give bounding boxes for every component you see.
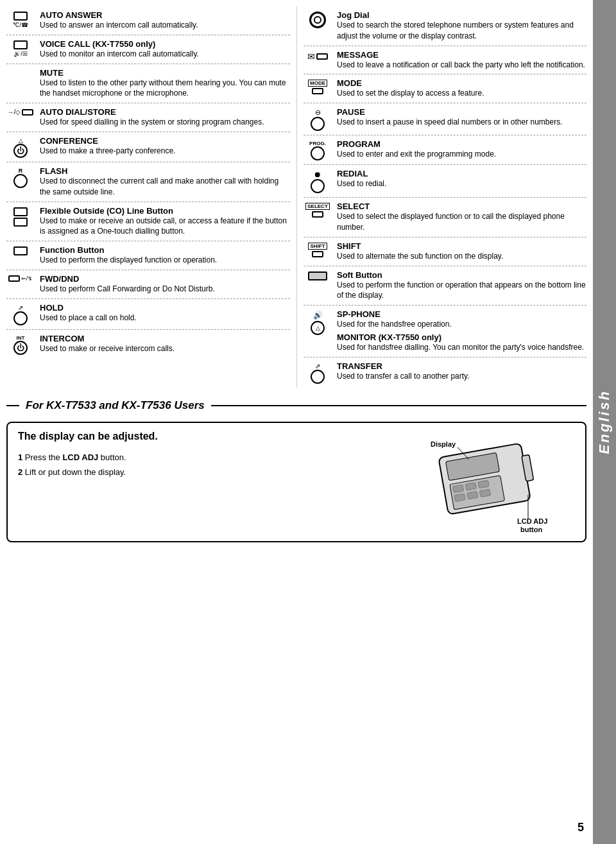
- entry-intercom: INT ⏻ INTERCOM Used to make or receive i…: [6, 330, 290, 359]
- fwd-desc: Used to perform Call Forwarding or Do No…: [40, 284, 290, 295]
- program-icon: PROG.: [304, 139, 332, 160]
- prog-circle: [311, 146, 325, 160]
- select-icon: SELECT: [304, 202, 332, 218]
- conf-circle: ⏻: [13, 144, 28, 158]
- right-column: Jog Dial Used to search the stored telep…: [296, 6, 586, 388]
- voice-call-title: VOICE CALL (KX-T7550 only): [40, 39, 290, 49]
- rect-icon: [13, 12, 28, 21]
- shift-icon: SHIFT: [304, 241, 332, 257]
- soft-title: Soft Button: [337, 270, 586, 280]
- page-container: English ℃/☎ AUTO ANSWER Used to answer a…: [0, 0, 616, 844]
- mode-text: MODE Used to set the display to access a…: [337, 78, 586, 99]
- entry-pause: ⊖ PAUSE Used to insert a pause in speed …: [304, 103, 586, 135]
- monitor-desc: Used for handsfree dialling. You can mon…: [337, 342, 586, 353]
- int-circle: ⏻: [13, 341, 28, 355]
- hold-circle: [13, 311, 28, 325]
- entry-shift: SHIFT SHIFT Used to alternate the sub fu…: [304, 237, 586, 266]
- message-title: MESSAGE: [337, 50, 586, 60]
- pause-text: PAUSE Used to insert a pause in speed di…: [337, 107, 586, 128]
- conference-title: CONFERENCE: [40, 136, 290, 146]
- jog-title: Jog Dial: [337, 10, 586, 20]
- bottom-left: The display can be adjusted. 1 Press the…: [18, 431, 382, 533]
- mute-text: MUTE Used to listen to the other party w…: [40, 68, 290, 99]
- redial-circle: [311, 179, 325, 193]
- svg-text:button: button: [520, 526, 542, 533]
- fwd-text: FWD/DND Used to perform Call Forwarding …: [40, 274, 290, 295]
- entry-hold: ⇗ HOLD Used to place a call on hold.: [6, 299, 290, 330]
- left-column: ℃/☎ AUTO ANSWER Used to answer an interc…: [6, 6, 296, 388]
- entry-program: PROG. PROGRAM Used to enter and exit the…: [304, 135, 586, 165]
- auto-dial-desc: Used for speed dialling in the system or…: [40, 117, 290, 128]
- entry-redial: ⏺ REDIAL Used to redial.: [304, 165, 586, 198]
- pause-title: PAUSE: [337, 107, 586, 117]
- jog-inner: [314, 16, 321, 24]
- message-text: MESSAGE Used to leave a notification or …: [337, 50, 586, 71]
- fwd-title: FWD/DND: [40, 274, 290, 284]
- flexible-icon: [6, 206, 35, 227]
- entry-conference: △ ⏻ CONFERENCE Used to make a three-part…: [6, 132, 290, 162]
- flexible-title: Flexible Outside (CO) Line Button: [40, 206, 290, 216]
- message-desc: Used to leave a notification or call bac…: [337, 60, 586, 71]
- svg-text:Display: Display: [431, 440, 456, 448]
- mode-title: MODE: [337, 78, 586, 88]
- transfer-text: TRANSFER Used to transfer a call to anot…: [337, 361, 586, 382]
- step-1-text: Press the LCD ADJ button.: [25, 452, 126, 462]
- sp-phone-title: SP-PHONE: [337, 309, 586, 319]
- function-text: Function Button Used to perform the disp…: [40, 245, 290, 266]
- entry-select: SELECT SELECT Used to select the display…: [304, 198, 586, 237]
- sp-circle: △: [311, 321, 325, 335]
- flash-text: FLASH Used to disconnect the current cal…: [40, 166, 290, 198]
- mode-rect: [312, 88, 323, 94]
- voice-call-text: VOICE CALL (KX-T7550 only) Used to monit…: [40, 39, 290, 60]
- main-content: ℃/☎ AUTO ANSWER Used to answer an interc…: [0, 0, 593, 844]
- intercom-icon: INT ⏻: [6, 334, 35, 355]
- program-desc: Used to enter and exit the programming m…: [337, 149, 586, 160]
- jog-text: Jog Dial Used to search the stored telep…: [337, 10, 586, 42]
- pause-desc: Used to insert a pause in speed dial num…: [337, 117, 586, 128]
- step-2: 2 Lift or put down the display.: [18, 465, 382, 479]
- soft-text: Soft Button Used to perform the function…: [337, 270, 586, 302]
- program-title: PROGRAM: [337, 139, 586, 149]
- hold-title: HOLD: [40, 303, 290, 313]
- flex-rect1: [13, 207, 28, 216]
- step-1-num: 1: [18, 452, 22, 462]
- entry-sp-phone: 🔊 △ SP-PHONE Used for the handsfree oper…: [304, 306, 586, 357]
- hold-desc: Used to place a call on hold.: [40, 313, 290, 323]
- mute-title: MUTE: [40, 68, 290, 78]
- jog-circle: [309, 12, 326, 28]
- entry-voice-call: 🔊/☒ VOICE CALL (KX-T7550 only) Used to m…: [6, 35, 290, 64]
- monitor-title: MONITOR (KX-T7550 only): [337, 332, 586, 342]
- hold-text: HOLD Used to place a call on hold.: [40, 303, 290, 323]
- mode-icon: MODE: [304, 78, 332, 94]
- flash-icon: R: [6, 166, 35, 188]
- jog-desc: Used to search the stored telephone numb…: [337, 20, 586, 42]
- two-column-layout: ℃/☎ AUTO ANSWER Used to answer an interc…: [6, 6, 586, 388]
- entry-auto-answer: ℃/☎ AUTO ANSWER Used to answer an interc…: [6, 6, 290, 35]
- select-text: SELECT Used to select the displayed func…: [337, 202, 586, 233]
- side-tab: English: [593, 0, 616, 844]
- auto-dial-icon: →/◇: [6, 107, 35, 116]
- auto-answer-title: AUTO ANSWER: [40, 10, 290, 20]
- rect-icon2: [13, 40, 28, 49]
- flash-title: FLASH: [40, 166, 290, 176]
- conference-text: CONFERENCE Used to make a three-party co…: [40, 136, 290, 157]
- flash-desc: Used to disconnect the current call and …: [40, 176, 290, 198]
- svg-text:LCD ADJ: LCD ADJ: [517, 517, 547, 525]
- for-users-text: For KX-T7533 and KX-T7536 Users: [26, 399, 205, 412]
- func-rect: [13, 246, 28, 255]
- flexible-desc: Used to make or receive an outside call,…: [40, 216, 290, 237]
- intercom-title: INTERCOM: [40, 334, 290, 343]
- function-title: Function Button: [40, 245, 290, 255]
- function-icon: [6, 245, 35, 255]
- lcd-adj-bold: LCD ADJ: [62, 452, 98, 462]
- flash-circle: [13, 174, 28, 188]
- header-line-right: [211, 405, 586, 406]
- sp-phone-desc: Used for the handsfree operation.: [337, 319, 586, 330]
- bottom-content: The display can be adjusted. 1 Press the…: [6, 422, 586, 542]
- step-2-text: Lift or put down the display.: [25, 467, 126, 477]
- entry-transfer: ⇗ TRANSFER Used to transfer a call to an…: [304, 357, 586, 388]
- intercom-desc: Used to make or receive intercom calls.: [40, 343, 290, 354]
- function-desc: Used to perform the displayed function o…: [40, 255, 290, 266]
- entry-flash: R FLASH Used to disconnect the current c…: [6, 162, 290, 202]
- pause-circle: [311, 117, 325, 131]
